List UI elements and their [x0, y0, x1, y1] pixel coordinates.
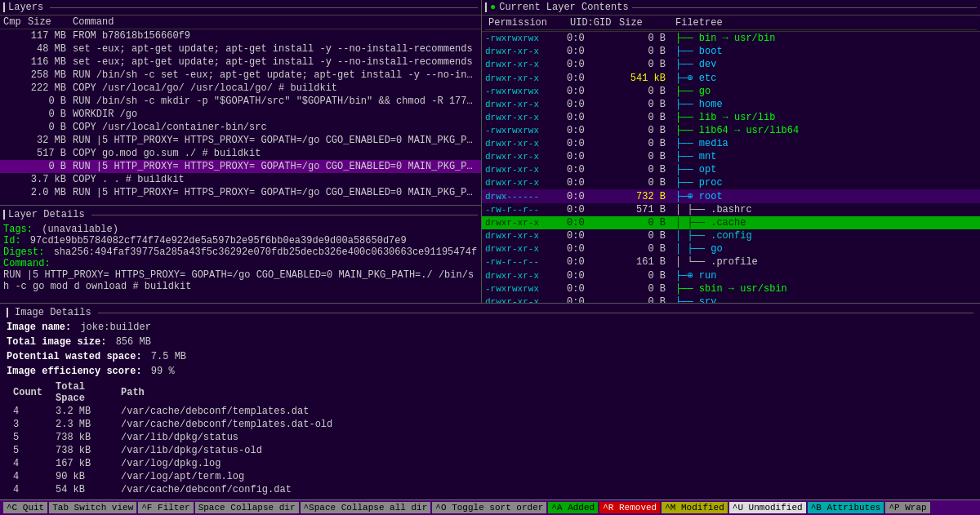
layer-cmp	[0, 29, 24, 43]
file-permission: drwxr-xr-x	[485, 100, 567, 109]
file-permission: -rwxrwxrwx	[485, 87, 567, 96]
list-item[interactable]: -rwxrwxrwx0:00 B├── sbin → usr/sbin	[482, 282, 980, 295]
list-item[interactable]: drwxr-xr-x0:00 B├── media	[482, 137, 980, 150]
table-row[interactable]: 117 MBFROM b78618b156660f9	[0, 29, 481, 43]
list-item[interactable]: drwxr-xr-x0:00 B├── srv	[482, 295, 980, 303]
waste-count: 4	[7, 405, 49, 418]
list-item[interactable]: drwxr-xr-x0:00 B├── boot	[482, 45, 980, 58]
waste-count: 3	[7, 418, 49, 431]
list-item[interactable]: -rwxrwxrwx0:00 B├── bin → usr/bin	[482, 32, 980, 45]
status-item[interactable]: ^P Wrap	[885, 502, 929, 513]
list-item[interactable]: drwxr-xr-x0:00 B├─⊕ run	[482, 269, 980, 282]
waste-path: /var/cache/debconf/templates.dat	[114, 405, 973, 418]
status-item[interactable]: ^O Toggle sort order	[432, 502, 546, 513]
list-item[interactable]: drwxr-xr-x0:00 B├── opt	[482, 163, 980, 176]
image-details-title: Image Details	[15, 307, 91, 318]
file-tree-entry: ├── opt	[669, 164, 977, 175]
table-row[interactable]: 0 BRUN |5 HTTP_PROXY= HTTPS_PROXY= GOPAT…	[0, 160, 481, 173]
table-row[interactable]: 517 BCOPY go.mod go.sum ./ # buildkit	[0, 147, 481, 160]
table-row[interactable]: 258 MBRUN /bin/sh -c set -eux; apt-get u…	[0, 69, 481, 82]
file-size: 0 B	[616, 270, 669, 282]
status-item[interactable]: ^R Removed	[599, 502, 660, 513]
list-item[interactable]: -rw-r--r--0:0161 B│ └── .profile	[482, 255, 980, 269]
table-row[interactable]: 222 MBCOPY /usr/local/go/ /usr/local/go/…	[0, 82, 481, 95]
table-row[interactable]: 2.0 MBRUN |5 HTTP_PROXY= HTTPS_PROXY= GO…	[0, 186, 481, 199]
waste-table: Count Total Space Path 43.2 MB/var/cache…	[7, 380, 973, 496]
layer-cmp	[0, 134, 24, 147]
filetree-rows[interactable]: -rwxrwxrwx0:00 B├── bin → usr/bindrwxr-x…	[482, 32, 980, 303]
status-item[interactable]: ^Space Collapse all dir	[301, 502, 431, 513]
status-item[interactable]: Tab Switch view	[49, 502, 136, 513]
table-row[interactable]: 116 MBset -eux; apt-get update; apt-get …	[0, 55, 481, 69]
list-item[interactable]: drwxr-xr-x0:00 B├── mnt	[482, 150, 980, 163]
file-tree-entry: ├── srv	[669, 296, 977, 303]
list-item[interactable]: drwxr-xr-x0:00 B│ ├── go	[482, 242, 980, 255]
list-item[interactable]: drwxr-xr-x0:00 B├── home	[482, 98, 980, 111]
layer-cmp	[0, 108, 24, 121]
list-item[interactable]: drwxr-xr-x0:00 B├── dev	[482, 58, 980, 71]
table-row[interactable]: 0 BWORKDIR /go	[0, 108, 481, 121]
status-item[interactable]: ^M Modified	[662, 502, 728, 513]
layer-size: 117 MB	[24, 29, 69, 43]
list-item[interactable]: -rw-r--r--0:0571 B│ ├── .bashrc	[482, 203, 980, 216]
tags-value: (unavailable)	[42, 224, 118, 235]
file-uid: 0:0	[567, 99, 616, 110]
col-header-permission: Permission	[485, 16, 567, 30]
status-item[interactable]: ^C Quit	[3, 502, 47, 513]
layer-cmp	[0, 147, 24, 160]
file-tree-entry: ├── go	[669, 86, 977, 97]
main-container: Layers Cmp Size Command 117 MBFROM b7861…	[0, 0, 980, 515]
list-item[interactable]: drwxr-xr-x0:00 B│ ├── .cache	[482, 216, 980, 229]
digest-value: sha256:494faf39775a285a43f5c36292e070fdb…	[54, 246, 477, 258]
table-row[interactable]: 48 MBset -eux; apt-get update; apt-get i…	[0, 42, 481, 55]
waste-path: /var/log/apt/term.log	[114, 470, 973, 483]
table-row: 4167 kB/var/log/dpkg.log	[7, 457, 973, 470]
waste-space: 738 kB	[49, 431, 114, 444]
detail-header-line	[3, 210, 5, 220]
layer-cmp	[0, 121, 24, 134]
list-item[interactable]: -rwxrwxrwx0:00 B├── go	[482, 85, 980, 98]
table-row[interactable]: 3.7 kBCOPY . . # buildkit	[0, 173, 481, 186]
table-row[interactable]: 0 BCOPY /usr/local/container-bin/src	[0, 121, 481, 134]
waste-path: /var/cache/debconf/templates.dat-old	[114, 418, 973, 431]
table-row[interactable]: 32 MBRUN |5 HTTP_PROXY= HTTPS_PROXY= GOP…	[0, 134, 481, 147]
waste-space: 90 kB	[49, 470, 114, 483]
file-tree-entry: ├─⊕ run	[669, 269, 977, 282]
file-permission: drwxr-xr-x	[485, 271, 567, 281]
layer-size: 0 B	[24, 160, 69, 173]
file-size: 0 B	[616, 59, 669, 70]
file-tree-entry: │ └── .profile	[669, 256, 977, 268]
list-item[interactable]: drwxr-xr-x0:0541 kB├─⊕ etc	[482, 71, 980, 85]
file-permission: drwxr-xr-x	[485, 152, 567, 162]
layer-cmp	[0, 173, 24, 186]
list-item[interactable]: -rwxrwxrwx0:00 B├── lib64 → usr/lib64	[482, 124, 980, 137]
status-item[interactable]: Space Collapse dir	[195, 502, 299, 513]
status-item[interactable]: ^F Filter	[138, 502, 193, 513]
file-tree-entry: ├─⊕ root	[669, 190, 977, 202]
col-header-size: Size	[616, 16, 669, 30]
table-row[interactable]: 0 BRUN /bin/sh -c mkdir -p "$GOPATH/src"…	[0, 95, 481, 108]
waste-space: 738 kB	[49, 444, 114, 457]
image-name-value: joke:builder	[80, 322, 150, 333]
list-item[interactable]: drwxr-xr-x0:00 B├── lib → usr/lib	[482, 111, 980, 124]
layer-details-title: Layer Details	[8, 209, 85, 220]
waste-space: 3.2 MB	[49, 405, 114, 418]
waste-path: /var/cache/debconf/config.dat	[114, 483, 973, 496]
layers-table[interactable]: Cmp Size Command 117 MBFROM b78618b15666…	[0, 16, 481, 205]
status-item[interactable]: ^A Added	[548, 502, 598, 513]
list-item[interactable]: drwx------0:0732 B├─⊕ root	[482, 189, 980, 203]
layer-size: 222 MB	[24, 82, 69, 95]
file-uid: 0:0	[567, 191, 616, 202]
file-permission: drwxr-xr-x	[485, 244, 567, 254]
file-uid: 0:0	[567, 243, 616, 255]
status-item[interactable]: ^B Attributes	[808, 502, 884, 513]
list-item[interactable]: drwxr-xr-x0:00 B├── proc	[482, 176, 980, 189]
right-panel-title: Current Layer Contents	[499, 2, 628, 13]
status-item[interactable]: ^U Unmodified	[729, 502, 806, 513]
waste-path: /var/lib/dpkg/status-old	[114, 444, 973, 457]
list-item[interactable]: drwxr-xr-x0:00 B│ ├── .config	[482, 229, 980, 242]
waste-count: 4	[7, 457, 49, 470]
waste-count: 5	[7, 444, 49, 457]
command-row: Command:	[3, 258, 478, 269]
command-label: Command:	[3, 258, 51, 269]
